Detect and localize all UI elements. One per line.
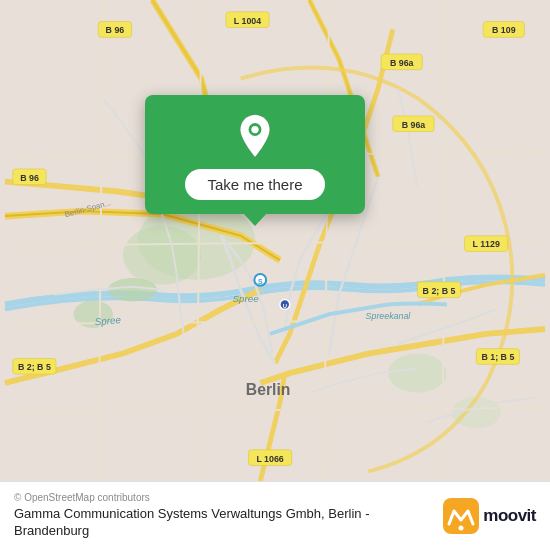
svg-text:B 96a: B 96a bbox=[402, 120, 426, 130]
svg-point-4 bbox=[388, 354, 447, 393]
copyright-text: © OpenStreetMap contributors bbox=[14, 492, 431, 503]
bottom-info: © OpenStreetMap contributors Gamma Commu… bbox=[14, 492, 431, 540]
take-me-there-button[interactable]: Take me there bbox=[185, 169, 324, 200]
svg-text:Berlin: Berlin bbox=[246, 381, 291, 398]
svg-point-41 bbox=[459, 526, 464, 531]
svg-text:B 96: B 96 bbox=[20, 173, 39, 183]
svg-point-39 bbox=[251, 126, 258, 133]
svg-text:U: U bbox=[283, 303, 287, 309]
map-svg: B 96a B 109 B 96a L 1004 B 96 B 96 B 2; … bbox=[0, 0, 550, 481]
svg-text:B 96: B 96 bbox=[106, 25, 125, 35]
moovit-logo: moovit bbox=[443, 498, 536, 534]
map-container: B 96a B 109 B 96a L 1004 B 96 B 96 B 2; … bbox=[0, 0, 550, 481]
moovit-icon bbox=[443, 498, 479, 534]
svg-text:B 2; B 5: B 2; B 5 bbox=[18, 362, 51, 372]
bottom-bar: © OpenStreetMap contributors Gamma Commu… bbox=[0, 481, 550, 550]
app: B 96a B 109 B 96a L 1004 B 96 B 96 B 2; … bbox=[0, 0, 550, 550]
svg-text:B 1; B 5: B 1; B 5 bbox=[481, 352, 514, 362]
location-name: Gamma Communication Systems Verwaltungs … bbox=[14, 506, 431, 540]
svg-text:L 1066: L 1066 bbox=[256, 454, 283, 464]
svg-point-3 bbox=[123, 226, 202, 285]
svg-text:Spree: Spree bbox=[232, 293, 259, 304]
svg-text:L 1004: L 1004 bbox=[234, 16, 261, 26]
svg-text:L 1129: L 1129 bbox=[472, 239, 499, 249]
svg-text:B 109: B 109 bbox=[492, 25, 516, 35]
location-pin-icon bbox=[232, 113, 278, 159]
svg-text:S: S bbox=[258, 278, 263, 285]
svg-text:B 96a: B 96a bbox=[390, 58, 414, 68]
moovit-text: moovit bbox=[483, 506, 536, 526]
popup-card[interactable]: Take me there bbox=[145, 95, 365, 214]
svg-text:Spreekanal: Spreekanal bbox=[366, 311, 412, 321]
svg-text:B 2; B 5: B 2; B 5 bbox=[423, 286, 456, 296]
svg-text:Spree: Spree bbox=[94, 314, 122, 327]
